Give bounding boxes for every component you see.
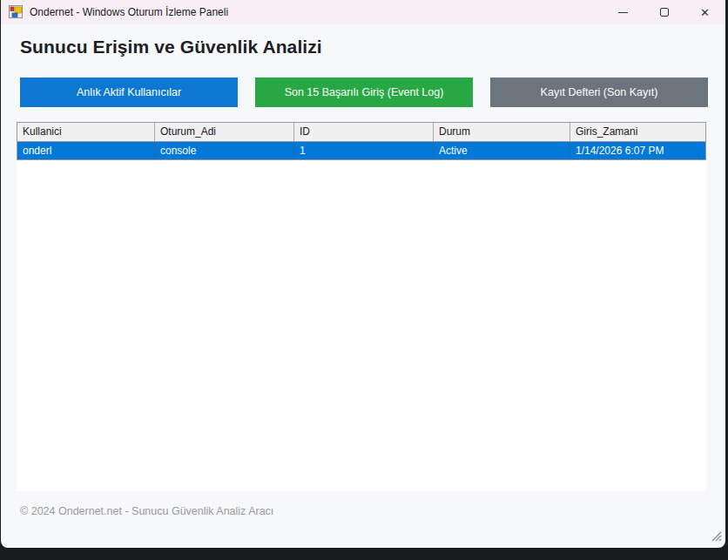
table-header-row: Kullanici Oturum_Adi ID Durum Giris_Zama…	[17, 123, 705, 142]
column-header-giris-zamani[interactable]: Giris_Zamani	[570, 123, 705, 141]
cell-kullanici: onderl	[17, 142, 155, 159]
sessions-table-frame: Kullanici Oturum_Adi ID Durum Giris_Zama…	[17, 122, 706, 160]
minimize-icon	[618, 12, 628, 13]
successful-logins-button[interactable]: Son 15 Başarılı Giriş (Event Log)	[255, 78, 473, 107]
close-button[interactable]: ✕	[684, 0, 725, 24]
column-header-kullanici[interactable]: Kullanici	[17, 123, 155, 141]
table-row[interactable]: onderl console 1 Active 1/14/2026 6:07 P…	[17, 142, 705, 159]
cell-oturum-adi: console	[155, 142, 294, 159]
app-window: Ondernet - Windows Oturum İzleme Paneli …	[1, 0, 725, 548]
cell-durum: Active	[434, 142, 570, 159]
app-icon	[9, 5, 23, 19]
minimize-button[interactable]	[603, 0, 644, 24]
active-users-button[interactable]: Anlık Aktif Kullanıcılar	[20, 78, 238, 107]
column-header-id[interactable]: ID	[294, 123, 434, 141]
column-header-durum[interactable]: Durum	[434, 123, 570, 141]
cell-id: 1	[294, 142, 434, 159]
resize-grip[interactable]	[710, 530, 722, 545]
window-body: Sunucu Erişim ve Güvenlik Analizi Anlık …	[1, 24, 725, 548]
sessions-table: Kullanici Oturum_Adi ID Durum Giris_Zama…	[17, 122, 706, 491]
action-buttons-row: Anlık Aktif Kullanıcılar Son 15 Başarılı…	[20, 78, 708, 107]
column-header-oturum-adi[interactable]: Oturum_Adi	[155, 123, 294, 141]
window-title: Ondernet - Windows Oturum İzleme Paneli	[30, 6, 228, 18]
registry-last-record-button[interactable]: Kayıt Defteri (Son Kayıt)	[490, 78, 708, 107]
page-title: Sunucu Erişim ve Güvenlik Analizi	[20, 37, 322, 57]
title-bar[interactable]: Ondernet - Windows Oturum İzleme Paneli …	[1, 0, 725, 24]
cell-giris-zamani: 1/14/2026 6:07 PM	[570, 142, 705, 159]
footer-text: © 2024 Ondernet.net - Sunucu Güvenlik An…	[20, 505, 273, 517]
maximize-icon	[660, 8, 669, 17]
maximize-button[interactable]	[644, 0, 684, 24]
resize-grip-icon	[710, 530, 722, 542]
close-icon: ✕	[700, 7, 710, 18]
window-controls: ✕	[603, 0, 725, 24]
